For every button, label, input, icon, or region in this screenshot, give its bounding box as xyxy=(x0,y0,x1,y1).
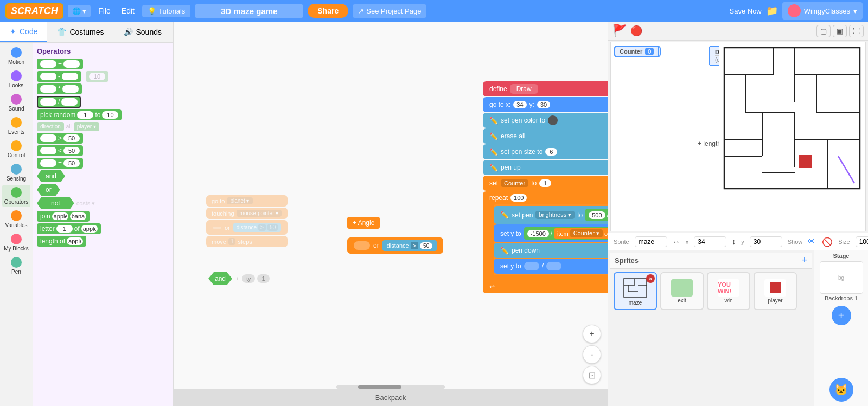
category-events[interactable]: Events xyxy=(2,115,30,137)
x-input[interactable] xyxy=(694,236,726,247)
set-pen-color-block[interactable]: ✏️ set pen color to xyxy=(483,113,608,128)
define-draw-block[interactable]: define Draw xyxy=(483,81,608,96)
set-pen-size-block[interactable]: ✏️ set pen size to 6 xyxy=(483,144,608,159)
add-block[interactable]: + xyxy=(37,59,83,69)
brightness-val[interactable]: 500 xyxy=(589,211,605,219)
counter-var-2[interactable]: Counter ▾ xyxy=(570,229,603,237)
mul-input-1[interactable] xyxy=(40,85,56,93)
eq-block[interactable]: = xyxy=(37,158,83,169)
join-input-1[interactable] xyxy=(52,212,68,220)
y-input[interactable] xyxy=(750,236,782,247)
pen-down-block[interactable]: ✏️ pen down xyxy=(494,243,608,258)
and-block-canvas[interactable]: and xyxy=(208,272,232,285)
tab-costumes[interactable]: 👕 Costumes xyxy=(47,22,113,42)
stage-bg-thumb[interactable]: bg xyxy=(820,261,863,294)
category-sensing[interactable]: Sensing xyxy=(2,162,30,184)
gt-block[interactable]: > xyxy=(37,133,83,144)
counter-val[interactable]: 1 xyxy=(539,179,551,187)
division-block[interactable]: 500 / item Counter ▾ of Dists ▾ xyxy=(585,209,608,221)
repeat-bottom-cap[interactable]: ↩ xyxy=(483,280,608,293)
add-backdrop-button[interactable]: + xyxy=(832,306,851,325)
repeat-block[interactable]: repeat 100 ✏️ set pen brightness ▾ to 50… xyxy=(483,191,608,293)
gt-input-1[interactable] xyxy=(40,134,56,142)
sprite-delete-maze[interactable]: ✕ xyxy=(646,274,655,283)
category-motion[interactable]: Motion xyxy=(2,45,30,67)
category-pen[interactable]: Pen xyxy=(2,255,30,277)
pen-up-block[interactable]: ✏️ pen up xyxy=(483,160,608,175)
green-flag-button[interactable]: 🚩 xyxy=(612,24,627,38)
category-my-blocks[interactable]: My Blocks xyxy=(2,231,30,254)
item-counter-dists-block-2[interactable]: item Counter ▾ of Dists ▾ xyxy=(554,228,608,239)
join-input-2[interactable] xyxy=(70,212,86,220)
fit-button[interactable]: ⊡ xyxy=(583,366,601,384)
erase-all-block[interactable]: ✏️ erase all xyxy=(483,128,608,144)
share-button[interactable]: Share xyxy=(308,4,348,18)
pen-color-swatch[interactable] xyxy=(548,115,558,125)
show-eye-button[interactable]: 👁 xyxy=(808,237,816,247)
div-input-2[interactable] xyxy=(61,98,78,106)
not-block[interactable]: not xyxy=(37,197,74,209)
user-avatar-button[interactable]: WiingyClasses ▾ xyxy=(782,2,863,20)
edit-menu-button[interactable]: Edit xyxy=(118,4,138,17)
letter-of-input[interactable] xyxy=(81,225,98,233)
globe-button[interactable]: 🌐 ▾ xyxy=(68,5,91,17)
add-sprite-button[interactable]: + xyxy=(801,255,807,266)
zoom-in-button[interactable]: + xyxy=(583,325,601,343)
y-val[interactable]: -1500 xyxy=(527,230,549,237)
subtract-block[interactable]: - xyxy=(37,71,81,82)
file-menu-button[interactable]: File xyxy=(95,4,114,17)
eq-input-1[interactable] xyxy=(40,159,56,167)
div-input-1[interactable] xyxy=(40,98,56,106)
sprite-thumb-player[interactable]: player xyxy=(754,272,797,310)
stop-button[interactable]: 🔴 xyxy=(630,25,642,37)
set-pen-brightness-block[interactable]: ✏️ set pen brightness ▾ to 500 / item Co… xyxy=(494,206,608,224)
gt-input-2[interactable] xyxy=(63,134,80,142)
project-name-input[interactable] xyxy=(195,4,303,18)
add-input-1[interactable] xyxy=(40,60,56,68)
zoom-out-button[interactable]: - xyxy=(583,345,601,364)
and-block[interactable]: and xyxy=(37,170,65,182)
sprite-thumb-win[interactable]: YOU WIN! win xyxy=(707,272,750,310)
sub-input-1[interactable] xyxy=(40,73,56,80)
tutorials-button[interactable]: 💡 Tutorials xyxy=(142,5,190,17)
hide-button[interactable]: 🚫 xyxy=(822,237,833,247)
counter-dropdown[interactable]: Counter xyxy=(501,179,528,187)
y-division-block[interactable]: -1500 / item Counter ▾ of Dists ▾ xyxy=(524,227,608,240)
pick-random-block[interactable]: pick random to xyxy=(37,109,122,120)
tab-sounds[interactable]: 🔊 Sounds xyxy=(114,22,171,42)
scratch-cat-button[interactable]: 🐱 xyxy=(829,378,853,402)
random-min-input[interactable] xyxy=(77,111,93,119)
category-operators[interactable]: Operators xyxy=(2,185,30,207)
see-project-button[interactable]: ↗ See Project Page xyxy=(353,4,426,18)
fullscreen-button[interactable]: ⛶ xyxy=(849,25,864,37)
add-input-2[interactable] xyxy=(63,60,80,68)
lt-input-1[interactable] xyxy=(40,147,56,154)
goto-x-val[interactable]: 34 xyxy=(513,101,526,108)
category-sound[interactable]: Sound xyxy=(2,92,30,114)
angle-block-piece[interactable]: + Angle xyxy=(347,217,380,229)
or-block[interactable]: or xyxy=(37,184,60,196)
save-now-button[interactable]: Save Now xyxy=(730,7,762,15)
code-canvas[interactable]: go to planet ▾ touching mouse-pointer ▾ … xyxy=(174,22,608,406)
set-y-block[interactable]: set y to -1500 / item Counter ▾ of Dists… xyxy=(494,224,608,242)
sub-input-2[interactable] xyxy=(62,73,78,80)
sprite-thumb-exit[interactable]: exit xyxy=(660,272,704,310)
brightness-dropdown[interactable]: brightness ▾ xyxy=(535,211,575,219)
size-input[interactable] xyxy=(856,236,868,247)
letter-n-input[interactable] xyxy=(56,225,73,233)
letter-block[interactable]: letter of xyxy=(37,223,101,234)
goto-xy-block[interactable]: go to x: 34 y: 30 xyxy=(483,97,608,112)
set-counter-block[interactable]: set Counter to 1 xyxy=(483,176,608,191)
divide-block[interactable]: / xyxy=(37,96,81,108)
tab-code[interactable]: ✦ Code xyxy=(0,22,47,42)
multiply-block[interactable]: * xyxy=(37,83,82,94)
length-block[interactable]: length of xyxy=(37,236,86,247)
set-y2-block[interactable]: set y to / xyxy=(494,259,608,274)
category-control[interactable]: Control xyxy=(2,138,30,160)
or-block-canvas[interactable]: or distance > 50 xyxy=(347,237,443,254)
backpack-bar[interactable]: Backpack xyxy=(174,389,608,406)
sprite-thumb-maze[interactable]: ✕ maze xyxy=(614,272,657,310)
sprite-name-input[interactable] xyxy=(635,236,667,247)
pen-size-val[interactable]: 6 xyxy=(545,148,557,156)
category-variables[interactable]: Variables xyxy=(2,208,30,230)
